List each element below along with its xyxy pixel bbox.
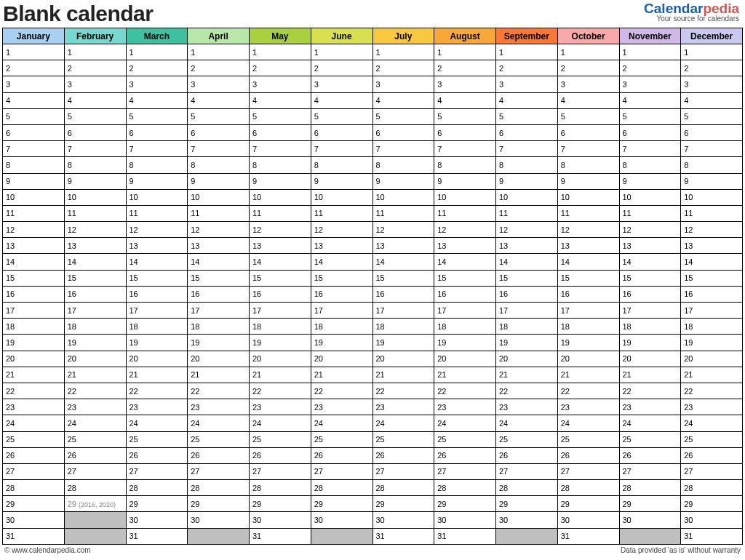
day-cell: 8: [250, 157, 311, 173]
day-cell: 11: [3, 205, 65, 221]
day-row: 555555555555: [3, 108, 743, 124]
day-cell: 8: [557, 157, 619, 173]
day-cell: 31: [372, 528, 434, 544]
day-cell: 8: [188, 157, 250, 173]
day-cell: 10: [64, 189, 126, 205]
day-cell: 28: [619, 480, 681, 496]
day-cell: 15: [681, 270, 743, 286]
day-cell: 19: [188, 335, 250, 351]
day-cell: 26: [619, 447, 681, 463]
day-cell: 20: [496, 351, 558, 367]
day-cell: 4: [434, 92, 496, 108]
day-row: 444444444444: [3, 92, 743, 108]
day-cell: [64, 528, 126, 544]
day-cell: 18: [619, 319, 681, 335]
day-cell: 16: [188, 286, 250, 302]
day-cell: 18: [311, 319, 372, 335]
month-header-may: May: [250, 28, 311, 44]
brand-logo: Calendarpedia Your source for calendars: [644, 1, 739, 23]
day-cell: 16: [64, 286, 126, 302]
day-cell: 12: [64, 222, 126, 238]
day-cell: 14: [434, 254, 496, 270]
day-cell: 19: [126, 335, 188, 351]
day-cell: [619, 528, 681, 544]
day-cell: 2: [681, 60, 743, 76]
month-header-july: July: [372, 28, 434, 44]
day-cell: 15: [372, 270, 434, 286]
day-cell: 3: [434, 76, 496, 92]
day-cell: 12: [434, 222, 496, 238]
day-cell: 27: [64, 463, 126, 479]
day-cell: 17: [64, 303, 126, 319]
day-cell: 23: [126, 399, 188, 415]
day-cell: 17: [557, 303, 619, 319]
day-cell: 25: [311, 431, 372, 447]
day-cell: 21: [372, 367, 434, 383]
day-cell: 19: [311, 335, 372, 351]
day-cell: 26: [64, 447, 126, 463]
day-cell: 11: [434, 205, 496, 221]
day-cell: 13: [619, 238, 681, 254]
day-cell: 18: [188, 319, 250, 335]
day-cell: 9: [557, 173, 619, 189]
day-row: 222222222222222222222222: [3, 383, 743, 399]
day-cell: 24: [126, 415, 188, 431]
day-cell: 7: [619, 141, 681, 157]
day-cell: 9: [64, 173, 126, 189]
day-cell: 10: [311, 189, 372, 205]
day-cell: 5: [681, 108, 743, 124]
day-cell: 5: [619, 108, 681, 124]
month-header-august: August: [434, 28, 496, 44]
day-cell: 6: [250, 124, 311, 140]
day-cell: 1: [434, 44, 496, 60]
day-cell: 8: [434, 157, 496, 173]
day-cell: 1: [311, 44, 372, 60]
day-cell: 6: [496, 124, 558, 140]
day-cell: 19: [434, 335, 496, 351]
day-cell: 8: [619, 157, 681, 173]
day-row: 232323232323232323232323: [3, 399, 743, 415]
day-cell: 5: [188, 108, 250, 124]
day-cell: 15: [250, 270, 311, 286]
day-cell: 30: [681, 512, 743, 528]
day-cell: 14: [126, 254, 188, 270]
day-cell: 1: [64, 44, 126, 60]
day-cell: 28: [434, 480, 496, 496]
day-cell: 6: [64, 124, 126, 140]
day-cell: 18: [126, 319, 188, 335]
day-cell: 13: [188, 238, 250, 254]
month-header-february: February: [64, 28, 126, 44]
day-cell: 8: [3, 157, 65, 173]
day-cell: 15: [3, 270, 65, 286]
day-row: 202020202020202020202020: [3, 351, 743, 367]
day-cell: 22: [64, 383, 126, 399]
day-cell: 6: [434, 124, 496, 140]
page-title: Blank calendar: [3, 1, 153, 26]
day-cell: 22: [126, 383, 188, 399]
day-row: 2929 (2016, 2020)29292929292929292929: [3, 496, 743, 512]
day-cell: 6: [372, 124, 434, 140]
day-cell: 28: [311, 480, 372, 496]
day-cell: 23: [496, 399, 558, 415]
day-cell: 6: [188, 124, 250, 140]
day-cell: 3: [619, 76, 681, 92]
day-cell: 20: [250, 351, 311, 367]
day-cell: 2: [3, 60, 65, 76]
day-cell: 20: [681, 351, 743, 367]
day-cell: 25: [681, 431, 743, 447]
day-cell: 9: [434, 173, 496, 189]
day-cell: 24: [188, 415, 250, 431]
day-cell: 3: [372, 76, 434, 92]
day-cell: 7: [250, 141, 311, 157]
day-cell: 8: [311, 157, 372, 173]
day-cell: 26: [372, 447, 434, 463]
day-cell: 3: [250, 76, 311, 92]
day-cell: 20: [126, 351, 188, 367]
day-cell: 7: [372, 141, 434, 157]
day-cell: 9: [496, 173, 558, 189]
day-row: 141414141414141414141414: [3, 254, 743, 270]
day-row: 222222222222: [3, 60, 743, 76]
day-cell: 14: [372, 254, 434, 270]
day-cell: 29: [434, 496, 496, 512]
day-row: 111111111111: [3, 44, 743, 60]
